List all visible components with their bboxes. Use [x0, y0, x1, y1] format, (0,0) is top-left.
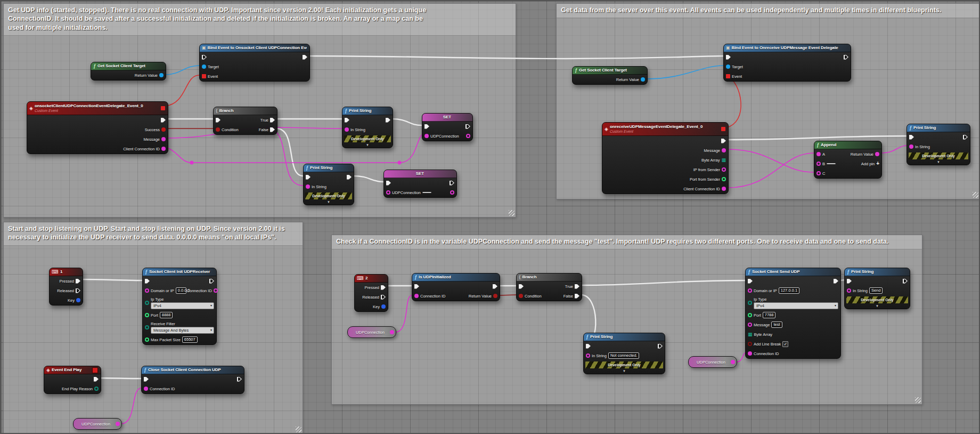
exec-pin[interactable]: [345, 118, 349, 123]
data-pin[interactable]: [145, 288, 149, 293]
exec-pin[interactable]: [466, 124, 470, 129]
exec-pin[interactable]: [748, 279, 753, 284]
array-pin[interactable]: ▦: [748, 332, 753, 337]
data-pin[interactable]: [726, 65, 730, 69]
node-print-string-send[interactable]: ƒPrint StringIn StringSendDevelopment On…: [844, 268, 910, 309]
node-header[interactable]: ◈onsocketClientUDPConnectionEventDelegat…: [27, 102, 168, 115]
data-pin[interactable]: [390, 330, 394, 334]
data-pin[interactable]: [816, 162, 821, 166]
exec-pin[interactable]: [209, 279, 214, 284]
node-print-string-1[interactable]: ƒPrint StringIn StringDevelopment Only▼: [342, 107, 393, 148]
node-var-get-udpconnection-2[interactable]: UDPConnection: [347, 326, 396, 338]
node-is-udpinitialized[interactable]: ƒIs UDPInitializedConnection IDReturn Va…: [412, 273, 500, 301]
data-pin[interactable]: [145, 325, 149, 329]
exec-pin[interactable]: [144, 377, 149, 382]
checkbox[interactable]: ✓: [782, 341, 788, 347]
collapse-arrow[interactable]: ▼: [584, 368, 665, 374]
comment-resize-handle[interactable]: [973, 192, 978, 198]
data-pin[interactable]: [76, 298, 80, 302]
node-get-socket-client-target-2[interactable]: ƒGet Socket Client TargetReturn Value: [572, 66, 648, 85]
exec-pin[interactable]: [202, 55, 207, 60]
exec-pin[interactable]: [76, 288, 80, 293]
node-set-udpconnection-1[interactable]: SETUDPConnection: [422, 113, 473, 141]
dropdown[interactable]: IPv4▾: [151, 302, 214, 309]
exec-pin[interactable]: [94, 377, 99, 382]
data-pin[interactable]: [466, 134, 470, 138]
node-header[interactable]: ƒSocket Client Send UDP: [746, 268, 840, 276]
node-close-socket-client-connection-udp[interactable]: ƒClose Socket Client Connection UDPConne…: [141, 366, 244, 394]
data-pin[interactable]: [145, 337, 149, 342]
node-socket-client-init-udpreceiver[interactable]: ƒSocket Client Init UDPReceiverDomain or…: [142, 268, 217, 345]
node-header[interactable]: ƒGet Socket Client Target: [91, 62, 166, 70]
dropdown[interactable]: IPv4▾: [754, 302, 838, 309]
node-append[interactable]: ƒAppendAReturn ValueBAdd pin+C: [814, 141, 882, 179]
exec-pin[interactable]: [726, 55, 731, 60]
data-pin[interactable]: [144, 387, 148, 391]
node-print-string-not-connected[interactable]: ƒPrint StringIn StringNot connected.Deve…: [583, 333, 665, 374]
exec-pin[interactable]: [834, 279, 838, 284]
comment-title[interactable]: Get UDP info (started, stopped). There i…: [4, 4, 516, 36]
add-pin-icon[interactable]: +: [876, 161, 879, 166]
node-branch-2[interactable]: ⟨BranchTrueConditionFalse: [516, 273, 582, 301]
comment-resize-handle[interactable]: [915, 397, 921, 403]
node-header[interactable]: ◈Event End Play: [44, 366, 101, 374]
data-pin[interactable]: [161, 137, 166, 141]
node-header[interactable]: ƒPrint String: [304, 164, 354, 172]
data-pin[interactable]: [202, 65, 206, 69]
comment-title[interactable]: Start and stop listening on UDP. Start a…: [4, 222, 303, 246]
value-field[interactable]: [827, 163, 836, 164]
node-header[interactable]: ƒSocket Client Init UDPReceiver: [143, 268, 216, 276]
value-field[interactable]: 127.0.0.1: [779, 287, 799, 294]
collapse-arrow[interactable]: ▼: [907, 159, 970, 165]
delegate-pin[interactable]: [161, 106, 165, 110]
exec-pin[interactable]: [381, 295, 386, 300]
node-bind-event-onreceive-udpmessage[interactable]: ▣Bind Event to Onreceive UDPMessage Even…: [723, 44, 851, 82]
data-pin[interactable]: [306, 184, 310, 189]
node-socket-client-send-udp[interactable]: ƒSocket Client Send UDPDomain or IP127.0…: [745, 268, 841, 359]
node-header[interactable]: SET: [384, 170, 456, 178]
data-pin[interactable]: [94, 387, 99, 391]
exec-pin[interactable]: [270, 118, 275, 123]
data-pin[interactable]: [816, 152, 821, 156]
value-field[interactable]: 8888: [160, 312, 173, 318]
value-field[interactable]: [422, 192, 431, 193]
node-header[interactable]: ▣Bind Event to Onreceive UDPMessage Even…: [724, 44, 851, 52]
comment-resize-handle[interactable]: [509, 210, 514, 216]
comment-title[interactable]: Check if a ConnectionID is in the variab…: [332, 235, 922, 250]
exec-pin[interactable]: [493, 284, 497, 289]
node-header[interactable]: ⌨2: [355, 275, 388, 283]
exec-pin[interactable]: [381, 285, 386, 290]
data-pin[interactable]: [161, 147, 166, 151]
exec-pin[interactable]: [347, 175, 352, 180]
exec-pin[interactable]: [237, 377, 242, 382]
data-pin[interactable]: [748, 351, 752, 356]
data-pin[interactable]: [748, 301, 752, 305]
node-header[interactable]: ƒGet Socket Client Target: [573, 67, 647, 75]
node-header[interactable]: ⌨1: [50, 268, 83, 276]
exec-pin[interactable]: [519, 284, 524, 289]
data-pin[interactable]: [145, 301, 149, 305]
comment-resize-handle[interactable]: [296, 427, 301, 432]
data-pin[interactable]: [519, 294, 523, 298]
value-field[interactable]: 7788: [763, 312, 776, 318]
exec-pin[interactable]: [450, 181, 454, 186]
exec-pin[interactable]: [658, 344, 663, 349]
collapse-arrow[interactable]: ▼: [342, 142, 393, 148]
node-keyboard-event-1[interactable]: ⌨1PressedReleasedKey: [49, 268, 83, 306]
data-pin[interactable]: [748, 288, 752, 293]
exec-pin[interactable]: [76, 279, 80, 284]
collapse-arrow[interactable]: ▼: [304, 199, 354, 205]
data-pin[interactable]: [748, 313, 752, 317]
data-pin[interactable]: [731, 360, 735, 364]
value-field[interactable]: 65507: [182, 336, 198, 343]
exec-pin[interactable]: [386, 181, 391, 186]
exec-pin[interactable]: [216, 118, 220, 123]
node-header[interactable]: ƒPrint String: [342, 107, 393, 115]
node-print-string-2[interactable]: ƒPrint StringIn StringDevelopment Only▼: [303, 164, 354, 205]
node-bind-event-onsocket-udpconnection[interactable]: ▣Bind Event to Onsocket Client UDPConnec…: [199, 44, 310, 82]
data-pin[interactable]: [345, 127, 349, 132]
data-pin[interactable]: [216, 127, 220, 132]
data-pin[interactable]: [816, 171, 821, 175]
exec-pin[interactable]: [903, 279, 908, 284]
value-field[interactable]: Send: [869, 287, 883, 294]
